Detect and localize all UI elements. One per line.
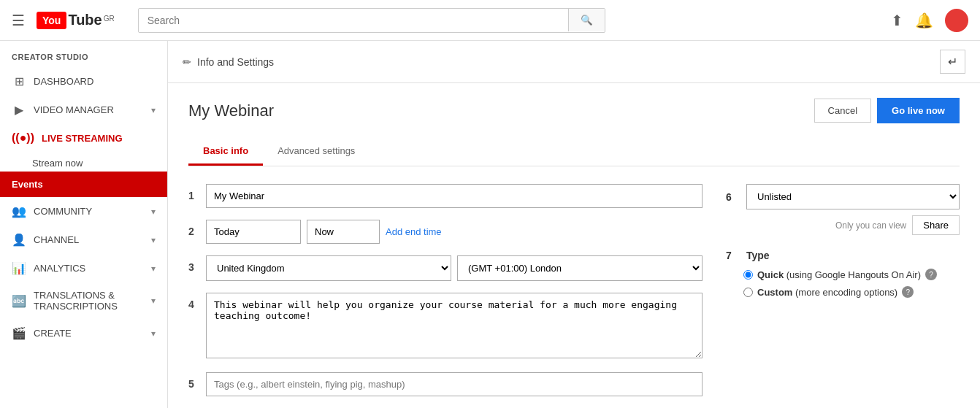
tabs: Basic info Advanced settings bbox=[188, 138, 960, 166]
sidebar-item-create[interactable]: 🎬 CREATE ▾ bbox=[0, 319, 167, 347]
tags-input[interactable] bbox=[206, 372, 703, 396]
events-label: Events bbox=[12, 179, 43, 190]
sidebar-item-community[interactable]: 👥 COMMUNITY ▾ bbox=[0, 197, 167, 226]
two-column-layout: 1 2 Add end bbox=[188, 184, 960, 408]
content: ✏ Info and Settings ↵ My Webinar Cancel … bbox=[168, 41, 980, 408]
header-title-text: Info and Settings bbox=[197, 56, 274, 68]
sidebar: CREATOR STUDIO ⊞ DASHBOARD ▶ VIDEO MANAG… bbox=[0, 41, 168, 408]
field-number-6: 6 bbox=[726, 191, 740, 203]
sidebar-item-label-analytics: ANALYTICS bbox=[34, 263, 144, 274]
tab-basic-info[interactable]: Basic info bbox=[188, 138, 263, 166]
hamburger-icon[interactable]: ☰ bbox=[12, 12, 25, 29]
field-number-3: 3 bbox=[188, 261, 206, 273]
live-streaming-icon: ((●)) bbox=[12, 131, 34, 145]
sidebar-item-dashboard[interactable]: ⊞ DASHBOARD bbox=[0, 67, 167, 96]
youtube-logo: You Tube GR bbox=[37, 12, 115, 29]
share-row: Only you can view Share bbox=[726, 215, 960, 235]
date-input[interactable] bbox=[206, 220, 301, 244]
pencil-icon: ✏ bbox=[183, 56, 191, 68]
custom-label: Custom (more encoding options) bbox=[757, 287, 897, 298]
chevron-down-icon-analytics: ▾ bbox=[151, 263, 156, 274]
field-number-1: 1 bbox=[188, 190, 206, 201]
quick-label: Quick (using Google Hangouts On Air) bbox=[757, 269, 921, 280]
tags-field bbox=[206, 372, 703, 396]
chevron-down-icon: ▾ bbox=[151, 105, 156, 115]
field-number-4: 4 bbox=[188, 299, 206, 310]
description-field: This webinar will help you organize your… bbox=[206, 293, 703, 361]
help-icon-quick[interactable]: ? bbox=[925, 269, 937, 280]
youtube-logo-icon: You bbox=[37, 12, 66, 29]
type-section: 7 Type Quick (using Google Hangouts On A… bbox=[726, 250, 960, 298]
video-manager-icon: ▶ bbox=[12, 103, 26, 117]
sidebar-item-label-dashboard: DASHBOARD bbox=[34, 76, 156, 87]
visibility-select[interactable]: Unlisted Public Private bbox=[746, 184, 960, 209]
avatar[interactable] bbox=[945, 9, 968, 32]
chevron-down-icon-community: ▾ bbox=[151, 207, 156, 217]
sidebar-section-header: CREATOR STUDIO bbox=[0, 41, 167, 67]
help-icon-custom[interactable]: ? bbox=[902, 286, 914, 298]
sidebar-item-label-create: CREATE bbox=[34, 328, 144, 339]
title-input[interactable] bbox=[206, 184, 703, 208]
chevron-down-icon-create: ▾ bbox=[151, 328, 156, 339]
radio-custom[interactable] bbox=[743, 288, 753, 297]
sidebar-item-label-channel: CHANNEL bbox=[34, 234, 144, 245]
search-input[interactable] bbox=[139, 9, 568, 32]
page-title-row: My Webinar Cancel Go live now bbox=[188, 98, 960, 123]
country-select[interactable]: United Kingdom bbox=[206, 255, 451, 281]
topbar-left: ☰ You Tube GR bbox=[12, 12, 115, 29]
tab-advanced-settings[interactable]: Advanced settings bbox=[263, 138, 370, 166]
topbar: ☰ You Tube GR 🔍 ⬆ 🔔 bbox=[0, 0, 980, 41]
add-end-time-link[interactable]: Add end time bbox=[386, 226, 442, 237]
cancel-button[interactable]: Cancel bbox=[814, 99, 871, 123]
type-label-row: 7 Type bbox=[726, 250, 960, 261]
sidebar-item-label-live-streaming: LIVE STREAMING bbox=[42, 133, 156, 144]
search-button[interactable]: 🔍 bbox=[568, 9, 605, 31]
youtube-logo-text: Tube bbox=[68, 12, 102, 28]
content-header: ✏ Info and Settings ↵ bbox=[168, 41, 980, 83]
content-header-title: ✏ Info and Settings bbox=[183, 56, 274, 68]
datetime-field: Add end time bbox=[206, 220, 703, 244]
translations-icon: 🔤 bbox=[12, 294, 26, 308]
content-body: My Webinar Cancel Go live now Basic info… bbox=[168, 83, 980, 408]
sidebar-item-channel[interactable]: 👤 CHANNEL ▾ bbox=[0, 226, 167, 254]
sidebar-item-analytics[interactable]: 📊 ANALYTICS ▾ bbox=[0, 254, 167, 282]
form-row-location: 3 United Kingdom (GMT +01:00) London bbox=[188, 255, 703, 281]
community-icon: 👥 bbox=[12, 204, 26, 218]
sidebar-item-translations[interactable]: 🔤 TRANSLATIONS & TRANSCRIPTIONS ▾ bbox=[0, 282, 167, 319]
title-field bbox=[206, 184, 703, 208]
field-number-2: 2 bbox=[188, 226, 206, 237]
location-row: United Kingdom (GMT +01:00) London bbox=[206, 255, 703, 281]
sidebar-subitem-events[interactable]: Events bbox=[0, 172, 167, 197]
visibility-row: 6 Unlisted Public Private bbox=[726, 184, 960, 209]
radio-option-quick: Quick (using Google Hangouts On Air) ? bbox=[726, 269, 960, 280]
topbar-right: ⬆ 🔔 bbox=[891, 9, 968, 32]
field-number-5: 5 bbox=[188, 378, 206, 390]
description-textarea[interactable]: This webinar will help you organize your… bbox=[206, 293, 703, 358]
channel-icon: 👤 bbox=[12, 233, 26, 247]
sidebar-item-label-video-manager: VIDEO MANAGER bbox=[34, 104, 144, 115]
sidebar-item-live-streaming[interactable]: ((●)) LIVE STREAMING bbox=[0, 124, 167, 152]
go-live-button[interactable]: Go live now bbox=[877, 98, 960, 123]
sidebar-item-label-translations: TRANSLATIONS & TRANSCRIPTIONS bbox=[34, 290, 144, 312]
create-icon: 🎬 bbox=[12, 326, 26, 340]
youtube-logo-suffix: GR bbox=[104, 15, 115, 23]
sidebar-subitem-stream-now[interactable]: Stream now bbox=[0, 152, 167, 172]
chevron-down-icon-translations: ▾ bbox=[151, 296, 156, 306]
time-input[interactable] bbox=[307, 220, 380, 244]
date-time-row: Add end time bbox=[206, 220, 703, 244]
form-row-tags: 5 bbox=[188, 372, 703, 396]
upload-icon[interactable]: ⬆ bbox=[891, 12, 903, 29]
share-button[interactable]: Share bbox=[912, 215, 960, 235]
sidebar-item-video-manager[interactable]: ▶ VIDEO MANAGER ▾ bbox=[0, 96, 167, 124]
search-bar: 🔍 bbox=[138, 8, 605, 33]
app: ☰ You Tube GR 🔍 ⬆ 🔔 CREATOR STUDIO ⊞ DAS… bbox=[0, 0, 980, 408]
sidebar-item-label-community: COMMUNITY bbox=[34, 206, 144, 217]
type-label-text: Type bbox=[746, 250, 770, 261]
radio-quick[interactable] bbox=[743, 270, 753, 280]
location-field: United Kingdom (GMT +01:00) London bbox=[206, 255, 703, 281]
notifications-icon[interactable]: 🔔 bbox=[915, 12, 933, 29]
radio-option-custom: Custom (more encoding options) ? bbox=[726, 286, 960, 298]
back-button[interactable]: ↵ bbox=[940, 50, 965, 74]
page-title: My Webinar bbox=[188, 101, 814, 120]
timezone-select[interactable]: (GMT +01:00) London bbox=[457, 255, 703, 281]
